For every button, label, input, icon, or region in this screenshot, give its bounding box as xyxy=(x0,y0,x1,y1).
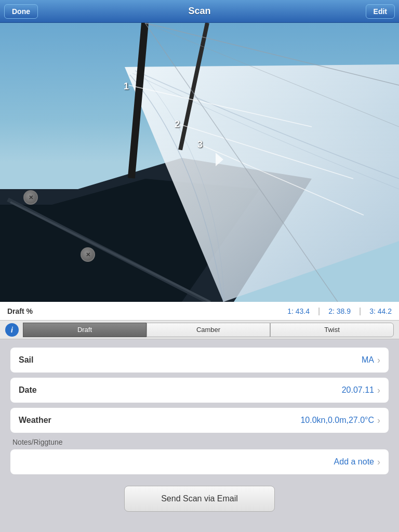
draft-sep-1: | xyxy=(318,307,320,316)
screw-bolt-2 xyxy=(81,247,95,262)
notes-row[interactable]: Add a note › xyxy=(10,449,389,474)
tab-twist[interactable]: Twist xyxy=(270,323,394,337)
send-button-container: Send Scan via Email xyxy=(10,486,389,512)
tab-camber[interactable]: Camber xyxy=(147,323,270,337)
date-row-chevron: › xyxy=(377,385,380,396)
draft-sep-2: | xyxy=(359,307,361,316)
weather-row-label: Weather xyxy=(19,416,300,425)
sail-image: 1 2 3 xyxy=(0,23,399,302)
notes-section: Notes/Riggtune Add a note › xyxy=(10,438,389,474)
info-icon[interactable]: i xyxy=(5,323,19,337)
content-area: Sail MA › Date 20.07.11 › Weather 10.0kn… xyxy=(0,339,399,520)
draft-value-2: 2: 38.9 xyxy=(328,307,351,315)
measurement-label-3: 3 xyxy=(197,139,203,150)
notes-section-label: Notes/Riggtune xyxy=(10,438,389,446)
notes-chevron: › xyxy=(377,457,380,468)
tab-draft[interactable]: Draft xyxy=(23,323,147,337)
measurement-label-2: 2 xyxy=(175,119,180,130)
segment-bar: i Draft Camber Twist xyxy=(0,321,399,339)
navigation-bar: Done Scan Edit xyxy=(0,0,399,23)
draft-bar: Draft % 1: 43.4 | 2: 38.9 | 3: 44.2 xyxy=(0,302,399,321)
date-row[interactable]: Date 20.07.11 › xyxy=(10,378,389,403)
page-title: Scan xyxy=(188,6,210,17)
sail-row-chevron: › xyxy=(377,355,380,366)
edit-button[interactable]: Edit xyxy=(366,4,395,19)
date-row-value: 20.07.11 xyxy=(342,385,374,395)
send-scan-button[interactable]: Send Scan via Email xyxy=(124,486,275,512)
sail-row-label: Sail xyxy=(19,355,362,365)
draft-value-3: 3: 44.2 xyxy=(369,307,392,315)
weather-row-value: 10.0kn,0.0m,27.0°C xyxy=(300,416,374,425)
weather-row-chevron: › xyxy=(377,415,380,426)
draft-label: Draft % xyxy=(7,307,54,315)
add-note-text: Add a note xyxy=(19,457,374,467)
measurement-label-1: 1 xyxy=(124,81,129,92)
date-row-label: Date xyxy=(19,385,342,395)
weather-row[interactable]: Weather 10.0kn,0.0m,27.0°C › xyxy=(10,408,389,433)
screw-bolt-1 xyxy=(23,190,38,205)
sail-row[interactable]: Sail MA › xyxy=(10,348,389,373)
done-button[interactable]: Done xyxy=(4,4,38,19)
draft-value-1: 1: 43.4 xyxy=(287,307,310,315)
sail-row-value: MA xyxy=(362,355,374,365)
